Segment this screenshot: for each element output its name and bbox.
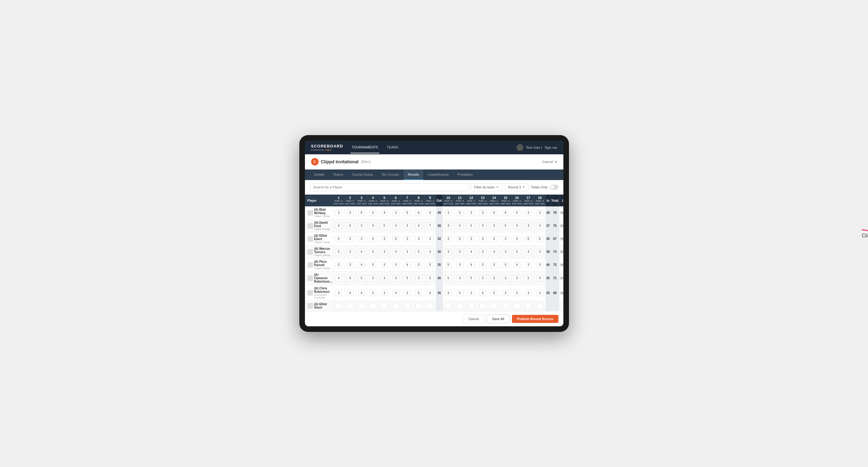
score-hole-18[interactable] <box>534 219 546 232</box>
score-input-hole-10[interactable] <box>445 290 452 296</box>
score-input-hole-6[interactable] <box>392 275 399 281</box>
score-input-hole-8[interactable] <box>415 249 422 255</box>
score-hole-10[interactable] <box>442 219 454 232</box>
score-input-hole-5[interactable] <box>381 236 388 242</box>
score-input-hole-6[interactable] <box>392 249 399 255</box>
score-input-hole-18[interactable] <box>536 223 543 229</box>
score-input-hole-13[interactable] <box>479 223 486 229</box>
score-input-hole-15[interactable] <box>502 303 509 309</box>
score-hole-13[interactable] <box>477 258 488 272</box>
score-hole-12[interactable] <box>465 301 477 311</box>
score-input-hole-12[interactable] <box>468 210 475 216</box>
score-hole-6[interactable] <box>390 301 402 311</box>
score-hole-8[interactable] <box>413 258 424 272</box>
score-input-hole-17[interactable] <box>525 275 532 281</box>
score-hole-15[interactable] <box>500 272 511 285</box>
score-input-hole-17[interactable] <box>525 223 532 229</box>
score-hole-9[interactable] <box>424 232 436 245</box>
score-hole-11[interactable] <box>454 232 465 245</box>
score-hole-16[interactable] <box>511 245 523 258</box>
score-hole-4[interactable] <box>367 219 379 232</box>
footer-cancel-button[interactable]: Cancel <box>463 315 484 323</box>
score-hole-6[interactable] <box>390 272 402 285</box>
score-hole-8[interactable] <box>413 207 424 219</box>
score-hole-9[interactable] <box>424 285 436 301</box>
score-input-hole-3[interactable] <box>358 223 365 229</box>
score-input-hole-3[interactable] <box>358 249 365 255</box>
score-hole-10[interactable] <box>442 301 454 311</box>
score-hole-2[interactable] <box>344 207 356 219</box>
score-hole-9[interactable] <box>424 272 436 285</box>
score-input-hole-18[interactable] <box>536 236 543 242</box>
score-hole-16[interactable] <box>511 301 523 311</box>
score-input-hole-12[interactable] <box>468 290 475 296</box>
score-hole-18[interactable] <box>534 301 546 311</box>
score-input-hole-7[interactable] <box>404 290 411 296</box>
score-input-hole-6[interactable] <box>392 262 399 268</box>
score-input-hole-12[interactable] <box>468 303 475 309</box>
score-input-hole-16[interactable] <box>514 236 520 242</box>
score-input-hole-10[interactable] <box>445 262 452 268</box>
score-input-hole-10[interactable] <box>445 223 452 229</box>
score-input-hole-3[interactable] <box>358 290 365 296</box>
score-hole-18[interactable] <box>534 258 546 272</box>
score-hole-1[interactable] <box>333 232 344 245</box>
score-hole-15[interactable] <box>500 258 511 272</box>
wd-badge[interactable]: WD <box>560 250 563 253</box>
score-input-hole-16[interactable] <box>514 262 520 268</box>
score-hole-13[interactable] <box>477 285 488 301</box>
score-input-hole-8[interactable] <box>415 275 422 281</box>
score-input-hole-4[interactable] <box>369 236 376 242</box>
score-hole-17[interactable] <box>523 272 534 285</box>
score-hole-6[interactable] <box>390 245 402 258</box>
score-input-hole-18[interactable] <box>536 210 543 216</box>
score-hole-15[interactable] <box>500 245 511 258</box>
score-hole-11[interactable] <box>454 272 465 285</box>
score-hole-7[interactable] <box>402 258 413 272</box>
score-input-hole-4[interactable] <box>369 275 376 281</box>
score-hole-1[interactable] <box>333 207 344 219</box>
score-hole-13[interactable] <box>477 301 488 311</box>
score-hole-13[interactable] <box>477 219 488 232</box>
score-hole-3[interactable] <box>356 285 367 301</box>
score-input-hole-15[interactable] <box>502 290 509 296</box>
score-input-hole-10[interactable] <box>445 303 452 309</box>
score-input-hole-5[interactable] <box>381 249 388 255</box>
score-input-hole-13[interactable] <box>479 275 486 281</box>
score-input-hole-16[interactable] <box>514 303 520 309</box>
score-hole-14[interactable] <box>488 207 500 219</box>
filter-by-team-dropdown[interactable]: Filter by team ▼ <box>471 183 502 191</box>
score-input-hole-6[interactable] <box>392 210 399 216</box>
score-hole-13[interactable] <box>477 272 488 285</box>
score-input-hole-16[interactable] <box>514 210 520 216</box>
score-hole-18[interactable] <box>534 285 546 301</box>
score-hole-10[interactable] <box>442 258 454 272</box>
score-hole-10[interactable] <box>442 207 454 219</box>
score-hole-4[interactable] <box>367 207 379 219</box>
score-input-hole-5[interactable] <box>381 262 388 268</box>
score-hole-7[interactable] <box>402 232 413 245</box>
score-input-hole-9[interactable] <box>427 303 434 309</box>
score-hole-4[interactable] <box>367 285 379 301</box>
score-input-hole-11[interactable] <box>457 303 463 309</box>
score-hole-8[interactable] <box>413 219 424 232</box>
score-hole-13[interactable] <box>477 245 488 258</box>
score-hole-17[interactable] <box>523 245 534 258</box>
score-hole-12[interactable] <box>465 232 477 245</box>
score-input-hole-9[interactable] <box>427 236 434 242</box>
score-hole-15[interactable] <box>500 232 511 245</box>
score-hole-8[interactable] <box>413 245 424 258</box>
score-hole-16[interactable] <box>511 272 523 285</box>
score-input-hole-15[interactable] <box>502 249 509 255</box>
score-hole-15[interactable] <box>500 301 511 311</box>
score-input-hole-2[interactable] <box>347 249 353 255</box>
score-input-hole-7[interactable] <box>404 249 411 255</box>
score-hole-12[interactable] <box>465 219 477 232</box>
score-hole-5[interactable] <box>379 245 390 258</box>
score-hole-3[interactable] <box>356 207 367 219</box>
tab-teams[interactable]: Teams <box>329 169 347 180</box>
score-input-hole-16[interactable] <box>514 249 520 255</box>
score-hole-1[interactable] <box>333 245 344 258</box>
score-hole-11[interactable] <box>454 285 465 301</box>
score-hole-5[interactable] <box>379 272 390 285</box>
